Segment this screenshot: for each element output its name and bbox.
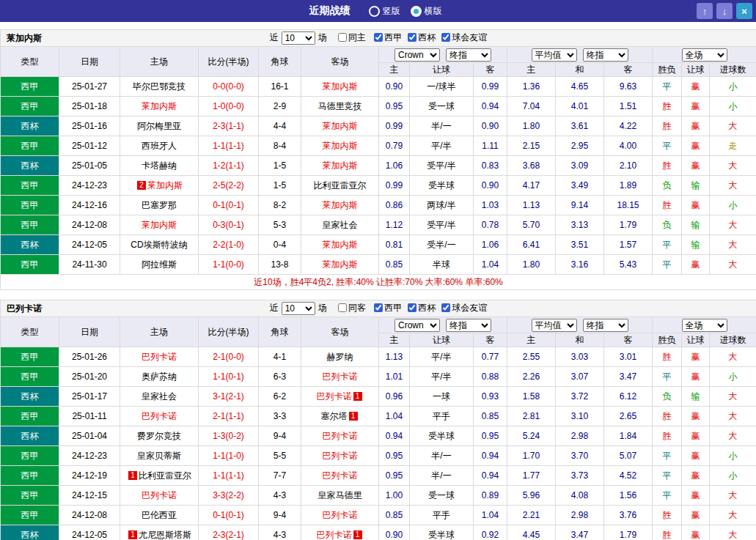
layout-radio-vertical[interactable]: 竖版 xyxy=(369,5,400,18)
home-team[interactable]: 毕尔巴鄂竞技 xyxy=(120,77,199,97)
away-team[interactable]: 莱加内斯 xyxy=(301,255,379,275)
odds-company-select[interactable]: 终指 xyxy=(583,319,628,332)
league-checkbox[interactable] xyxy=(408,33,416,42)
away-team[interactable]: 比利亚雷亚尔 xyxy=(301,176,379,196)
league-filter[interactable]: 球会友谊 xyxy=(436,303,487,313)
away-team[interactable]: 巴列卡诺1 xyxy=(301,525,379,540)
home-team[interactable]: 巴列卡诺 xyxy=(120,486,199,506)
home-team[interactable]: 2莱加内斯 xyxy=(120,176,199,196)
match-score[interactable]: 2-2(1-0) xyxy=(199,235,259,255)
same-venue-filter[interactable]: 同客 xyxy=(332,303,366,313)
match-score[interactable]: 2-3(1-1) xyxy=(199,116,259,136)
away-team[interactable]: 巴列卡诺 xyxy=(301,466,379,486)
odds-company-select[interactable]: Crown xyxy=(394,319,440,332)
league-filter[interactable]: 西杯 xyxy=(402,32,436,42)
league-filter[interactable]: 西甲 xyxy=(368,303,402,313)
away-team[interactable]: 莱加内斯 xyxy=(301,116,379,136)
league-checkbox[interactable] xyxy=(441,33,450,42)
match-score[interactable]: 2-1(0-0) xyxy=(199,347,259,367)
home-team[interactable]: 阿尔梅里亚 xyxy=(120,116,199,136)
col-header-ah-line: 让球 xyxy=(410,63,474,77)
league-filter[interactable]: 西甲 xyxy=(368,32,402,42)
home-team[interactable]: 皇家贝蒂斯 xyxy=(120,446,199,466)
match-score[interactable]: 3-1(2-1) xyxy=(199,387,259,407)
match-score[interactable]: 0-1(0-1) xyxy=(199,506,259,525)
same-venue-checkbox[interactable] xyxy=(338,303,347,312)
home-team[interactable]: 卡塔赫纳 xyxy=(120,156,199,176)
league-checkbox[interactable] xyxy=(374,303,383,312)
odds-company-select[interactable]: Crown xyxy=(394,48,440,62)
team-name-text: 皇家社会 xyxy=(142,391,177,402)
away-team[interactable]: 赫罗纳 xyxy=(301,347,379,367)
match-score[interactable]: 2-3(2-1) xyxy=(199,525,259,540)
close-button[interactable]: × xyxy=(736,3,752,19)
red-card-badge: 2 xyxy=(137,181,146,190)
match-score[interactable]: 2-5(2-2) xyxy=(199,176,259,196)
home-team[interactable]: 皇家社会 xyxy=(120,387,199,407)
match-count-select[interactable]: 10 xyxy=(282,302,315,315)
away-team[interactable]: 巴列卡诺1 xyxy=(301,387,379,407)
ah-line: 半/一 xyxy=(410,466,474,486)
odds-company-select[interactable]: 终指 xyxy=(583,48,628,62)
home-team[interactable]: 巴塞罗那 xyxy=(120,196,199,215)
away-team[interactable]: 巴列卡诺 xyxy=(301,506,379,525)
match-count-select[interactable]: 10 xyxy=(282,32,315,45)
home-team[interactable]: 阿拉维斯 xyxy=(120,255,199,275)
match-score[interactable]: 3-3(2-2) xyxy=(199,486,259,506)
home-team[interactable]: 1尤尼恩斯塔斯 xyxy=(120,525,199,540)
away-team[interactable]: 莱加内斯 xyxy=(301,156,379,176)
same-venue-filter[interactable]: 同主 xyxy=(332,32,366,42)
match-score[interactable]: 2-1(1-1) xyxy=(199,407,259,426)
odds-company-select[interactable]: 终指 xyxy=(446,319,491,332)
match-score[interactable]: 1-1(0-1) xyxy=(199,367,259,387)
league-checkbox[interactable] xyxy=(374,33,383,42)
move-up-button[interactable]: ↑ xyxy=(697,3,713,19)
match-score[interactable]: 0-3(0-1) xyxy=(199,215,259,235)
layout-radio-horizontal[interactable]: 横版 xyxy=(411,5,442,18)
match-score[interactable]: 1-0(0-0) xyxy=(199,97,259,116)
odds-company-select[interactable]: 平均值 xyxy=(532,319,577,332)
league-checkbox[interactable] xyxy=(408,303,416,312)
home-team[interactable]: 奥萨苏纳 xyxy=(120,367,199,387)
away-team[interactable]: 莱加内斯 xyxy=(301,77,379,97)
league-filter[interactable]: 西杯 xyxy=(402,303,436,313)
away-team[interactable]: 皇家马德里 xyxy=(301,486,379,506)
move-down-button[interactable]: ↓ xyxy=(716,3,733,19)
home-team[interactable]: 巴列卡诺 xyxy=(120,407,199,426)
match-score[interactable]: 1-1(1-1) xyxy=(199,136,259,156)
away-team[interactable]: 巴列卡诺 xyxy=(301,426,379,446)
odds-company-select[interactable]: 全场 xyxy=(682,319,727,332)
away-team[interactable]: 莱加内斯 xyxy=(301,136,379,156)
match-score[interactable]: 1-1(1-1) xyxy=(199,466,259,486)
away-team[interactable]: 巴列卡诺 xyxy=(301,446,379,466)
col-header-ah-away: 客 xyxy=(474,63,507,77)
match-score[interactable]: 0-1(0-1) xyxy=(199,196,259,215)
same-venue-checkbox[interactable] xyxy=(338,33,347,42)
home-team[interactable]: 巴列卡诺 xyxy=(120,347,199,367)
match-score[interactable]: 1-3(0-2) xyxy=(199,426,259,446)
match-row: 西甲25-01-12西班牙人1-1(1-1)8-4莱加内斯0.79平/半1.11… xyxy=(1,136,756,156)
odds-company-select[interactable]: 全场 xyxy=(682,48,727,62)
match-score[interactable]: 0-0(0-0) xyxy=(199,77,259,97)
away-team[interactable]: 莱加内斯 xyxy=(301,196,379,215)
home-team[interactable]: 费罗尔竞技 xyxy=(120,426,199,446)
home-team[interactable]: 莱加内斯 xyxy=(120,97,199,116)
away-team[interactable]: 皇家社会 xyxy=(301,215,379,235)
odds-company-select[interactable]: 平均值 xyxy=(532,48,577,62)
league-checkbox[interactable] xyxy=(441,303,450,312)
home-team[interactable]: 1比利亚雷亚尔 xyxy=(120,466,199,486)
match-score[interactable]: 1-1(1-0) xyxy=(199,446,259,466)
match-score[interactable]: 1-1(0-0) xyxy=(199,255,259,275)
league-filter[interactable]: 球会友谊 xyxy=(436,32,487,42)
home-team[interactable]: 巴伦西亚 xyxy=(120,506,199,525)
away-team[interactable]: 莱加内斯 xyxy=(301,235,379,255)
home-team[interactable]: 莱加内斯 xyxy=(120,215,199,235)
match-date: 24-11-30 xyxy=(59,255,120,275)
home-team[interactable]: 西班牙人 xyxy=(120,136,199,156)
away-team[interactable]: 巴列卡诺 xyxy=(301,367,379,387)
home-team[interactable]: CD埃斯特波纳 xyxy=(120,235,199,255)
match-score[interactable]: 1-2(1-1) xyxy=(199,156,259,176)
away-team[interactable]: 马德里竞技 xyxy=(301,97,379,116)
odds-company-select[interactable]: 终指 xyxy=(446,48,491,62)
away-team[interactable]: 塞尔塔1 xyxy=(301,407,379,426)
